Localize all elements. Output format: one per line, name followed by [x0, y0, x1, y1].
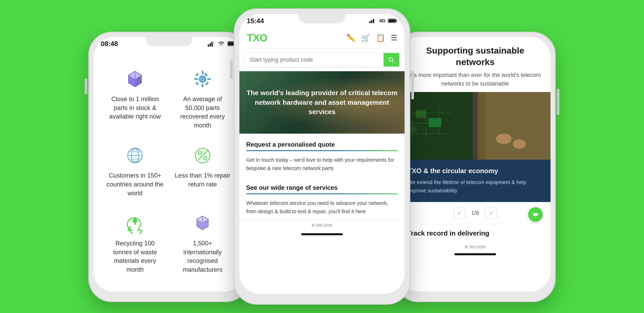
cube-icon — [192, 213, 213, 234]
nav-icons: ✏️ 🛒 📋 ☰ — [346, 34, 397, 42]
svg-rect-57 — [428, 118, 441, 127]
next-page-button[interactable]: › — [485, 207, 497, 219]
services-title: See our wide range of services — [246, 184, 398, 191]
gear-icon — [192, 69, 213, 89]
svg-rect-41 — [369, 21, 371, 23]
cart-icon[interactable]: 🛒 — [361, 34, 370, 42]
phone-left: 08:48 — [88, 32, 249, 302]
phone-center: 15:44 4G — [234, 8, 410, 305]
percent-icon — [192, 145, 213, 166]
recycle-icon — [125, 213, 145, 234]
circular-economy-card: TXO & the circular economy We extend the… — [400, 160, 551, 202]
prev-page-button[interactable]: ‹ — [454, 207, 465, 219]
search-bar[interactable] — [245, 52, 399, 68]
hero-banner: The world's leading provider of critical… — [239, 71, 405, 134]
svg-rect-22 — [195, 82, 199, 85]
svg-rect-16 — [202, 84, 203, 87]
volume-button-center — [230, 60, 233, 79]
stat-parts-recovered: An average of 50,000 parts recovered eve… — [169, 61, 236, 137]
stat-text-parts-recovered: An average of 50,000 parts recovered eve… — [174, 95, 231, 129]
clipboard-icon[interactable]: 📋 — [376, 34, 385, 42]
notch-center — [299, 14, 345, 23]
quote-underline — [246, 150, 398, 151]
supporting-subtitle: It's more important than ever for the wo… — [409, 71, 541, 88]
menu-icon[interactable]: ☰ — [391, 34, 397, 42]
status-bar-left: 08:48 — [93, 37, 244, 50]
circuit-svg — [400, 92, 551, 160]
notch — [145, 37, 192, 46]
svg-rect-46 — [388, 19, 395, 22]
svg-rect-21 — [204, 73, 208, 76]
globe-icon — [125, 145, 145, 166]
box-icon — [125, 69, 145, 89]
svg-rect-20 — [205, 82, 209, 85]
stat-text-parts-stock: Close to 1 million parts in stock & avai… — [106, 95, 164, 121]
svg-point-62 — [496, 134, 512, 144]
circuit-image — [400, 92, 551, 160]
status-icons-center: 4G — [369, 18, 397, 24]
circular-economy-title: TXO & the circular economy — [408, 167, 543, 175]
stats-content: Close to 1 million parts in stock & avai… — [93, 50, 244, 290]
right-top-header: Supporting sustainable networks It's mor… — [400, 37, 551, 92]
txo-url-right: ⊕ txo.com — [400, 243, 551, 251]
phone-right: Supporting sustainable networks It's mor… — [395, 32, 556, 302]
svg-rect-56 — [415, 110, 426, 118]
svg-point-24 — [202, 78, 204, 80]
track-title: Track record in delivering — [407, 229, 543, 237]
svg-rect-19 — [195, 73, 199, 76]
hero-text: The world's leading provider of critical… — [239, 83, 405, 122]
services-body: Whatever telecom service you need to adv… — [246, 199, 398, 216]
pagination: ‹ 1/6 › — [400, 202, 551, 224]
logo-o: O — [259, 32, 267, 43]
svg-rect-17 — [194, 78, 198, 80]
svg-rect-1 — [210, 43, 211, 47]
scene: 08:48 — [0, 0, 644, 313]
svg-rect-3 — [213, 41, 214, 47]
search-icon — [388, 57, 394, 63]
stat-text-recycling: Recycling 100 tonnes of waste materials … — [106, 239, 164, 274]
quote-body: Get in touch today – we'd love to help w… — [246, 156, 398, 172]
circular-economy-body: We extend the lifetime of telecom equipm… — [408, 178, 543, 195]
svg-rect-0 — [208, 44, 209, 47]
wifi-icon — [218, 41, 225, 47]
track-section: Track record in delivering — [400, 224, 551, 243]
chat-bubble[interactable] — [528, 207, 543, 222]
logo-tx: TX — [247, 32, 259, 43]
svg-rect-61 — [473, 92, 486, 160]
page-indicator: 1/6 — [471, 210, 479, 216]
svg-rect-45 — [396, 20, 397, 22]
svg-line-48 — [392, 61, 394, 62]
stat-text-manufacturers: 1,500+ internationally recognised manufa… — [174, 239, 231, 274]
stat-recycling: Recycling 100 tonnes of waste materials … — [101, 205, 169, 282]
stat-repair-rate: Less than 1% repair return rate — [169, 137, 236, 205]
svg-rect-18 — [207, 78, 211, 80]
stat-text-customers: Customers in 150+ countries around the w… — [106, 171, 164, 197]
search-button[interactable] — [384, 53, 399, 67]
txo-url-center: ⊕ txo.com — [239, 220, 405, 231]
power-button-right — [557, 89, 559, 115]
quote-section: Request a personalised quote Get in touc… — [239, 134, 405, 177]
battery-icon-center — [388, 18, 397, 23]
stat-parts-stock: Close to 1 million parts in stock & avai… — [101, 61, 169, 137]
quote-title: Request a personalised quote — [246, 141, 398, 148]
home-bar-right — [454, 253, 496, 255]
status-time-center: 15:44 — [247, 17, 264, 25]
network-label: 4G — [379, 18, 385, 24]
status-bar-center: 15:44 4G — [239, 14, 405, 28]
edit-icon[interactable]: ✏️ — [346, 34, 355, 42]
txo-logo: TXO — [247, 32, 346, 44]
status-icons-left — [208, 41, 237, 47]
url-icon: ⊕ — [311, 223, 315, 227]
signal-icon-center — [369, 18, 377, 23]
signal-icon — [208, 41, 215, 47]
svg-rect-43 — [373, 19, 374, 23]
stat-manufacturers: 1,500+ internationally recognised manufa… — [169, 205, 236, 282]
url-icon-right: ⊕ — [465, 245, 468, 249]
search-input[interactable] — [245, 52, 384, 67]
volume-button — [85, 79, 87, 94]
stat-customers: Customers in 150+ countries around the w… — [101, 137, 169, 205]
stat-text-repair-rate: Less than 1% repair return rate — [174, 171, 231, 188]
power-button-center — [411, 71, 414, 99]
services-underline — [246, 193, 398, 194]
txo-nav: TXO ✏️ 🛒 📋 ☰ — [239, 28, 405, 48]
